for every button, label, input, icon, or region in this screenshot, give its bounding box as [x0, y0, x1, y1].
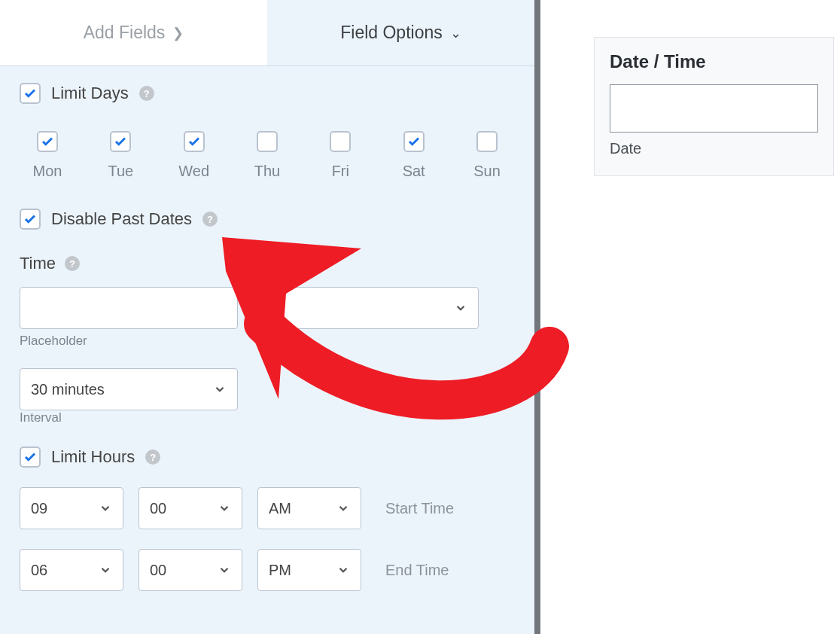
end-time-row: 06 00 PM End Time — [20, 549, 515, 591]
help-icon[interactable]: ? — [202, 212, 218, 227]
day-wed: Wed — [168, 131, 221, 180]
chevron-down-icon — [218, 563, 231, 577]
day-sat: Sat — [388, 131, 440, 180]
placeholder-sublabel: Placeholder — [20, 334, 238, 349]
start-hour-value: 09 — [31, 500, 47, 517]
start-hour-select[interactable]: 09 — [20, 487, 123, 529]
day-checkbox-thu[interactable] — [257, 131, 278, 152]
end-min-value: 00 — [150, 562, 166, 579]
day-tue: Tue — [94, 131, 147, 180]
panel-divider — [534, 0, 540, 634]
chevron-down-icon — [99, 501, 112, 515]
start-time-row: 09 00 AM Start Time — [20, 487, 515, 529]
limit-hours-checkbox[interactable] — [20, 447, 41, 468]
date-label: Date — [610, 140, 818, 157]
end-ampm-value: PM — [269, 562, 291, 579]
day-fri: Fri — [314, 131, 367, 180]
field-options-panel: Add Fields ❯ Field Options ⌄ Limit Days … — [0, 0, 534, 634]
limit-days-row: Limit Days ? — [20, 83, 515, 104]
time-row: Placeholder mat — [20, 287, 515, 349]
day-checkbox-sat[interactable] — [403, 131, 425, 152]
interval-select[interactable]: 30 minutes — [20, 368, 238, 410]
end-hour-value: 06 — [31, 562, 47, 579]
day-checkbox-mon[interactable] — [37, 131, 58, 152]
limit-days-label: Limit Days — [51, 84, 129, 103]
check-icon — [23, 87, 37, 100]
chevron-down-icon — [336, 563, 350, 577]
start-min-value: 00 — [150, 500, 166, 517]
day-label: Sat — [403, 163, 425, 180]
end-hour-select[interactable]: 06 — [20, 549, 123, 591]
check-icon — [187, 135, 201, 148]
help-icon[interactable]: ? — [65, 256, 80, 271]
date-input[interactable] — [610, 84, 818, 133]
chevron-down-icon — [99, 563, 112, 577]
chevron-right-icon: ❯ — [172, 25, 184, 41]
day-label: Fri — [332, 163, 349, 180]
day-label: Wed — [178, 163, 209, 180]
day-checkbox-sun[interactable] — [476, 131, 498, 152]
disable-past-checkbox[interactable] — [20, 209, 41, 230]
disable-past-row: Disable Past Dates ? — [20, 209, 515, 230]
check-icon — [407, 135, 421, 148]
help-icon[interactable]: ? — [139, 86, 154, 101]
day-sun: Sun — [461, 131, 513, 180]
help-icon[interactable]: ? — [145, 450, 160, 465]
disable-past-label: Disable Past Dates — [51, 209, 192, 229]
tab-add-fields-label: Add Fields — [84, 23, 166, 43]
limit-hours-label: Limit Hours — [51, 447, 135, 467]
day-checkbox-wed[interactable] — [184, 131, 205, 152]
options-content: Limit Days ? MonTueWedThuFriSatSun Disab… — [0, 66, 534, 591]
day-mon: Mon — [21, 131, 74, 180]
chevron-down-icon — [454, 301, 467, 315]
end-time-label: End Time — [385, 562, 449, 579]
chevron-down-icon: ⌄ — [450, 25, 461, 41]
day-thu: Thu — [241, 131, 294, 180]
interval-value: 30 minutes — [31, 381, 105, 398]
chevron-down-icon — [218, 501, 231, 515]
end-min-select[interactable]: 00 — [138, 549, 242, 591]
check-icon — [23, 450, 37, 464]
limit-days-checkbox[interactable] — [20, 83, 41, 104]
tab-field-options-label: Field Options — [340, 23, 443, 43]
day-label: Thu — [254, 163, 280, 180]
preview-title: Date / Time — [610, 51, 818, 72]
check-icon — [41, 135, 54, 148]
start-ampm-select[interactable]: AM — [257, 487, 361, 529]
format-sublabel: mat — [260, 334, 479, 349]
end-ampm-select[interactable]: PM — [257, 549, 361, 591]
start-time-label: Start Time — [385, 500, 454, 517]
start-ampm-value: AM — [269, 500, 291, 517]
time-placeholder-input[interactable] — [20, 287, 238, 329]
check-icon — [23, 212, 37, 226]
tab-add-fields[interactable]: Add Fields ❯ — [0, 0, 267, 66]
tabs: Add Fields ❯ Field Options ⌄ — [0, 0, 534, 66]
day-checkbox-fri[interactable] — [330, 131, 351, 152]
field-preview-card: Date / Time Date — [594, 37, 834, 176]
day-label: Tue — [108, 163, 133, 180]
day-checkbox-tue[interactable] — [110, 131, 131, 152]
limit-hours-row: Limit Hours ? — [20, 447, 515, 468]
time-section: Time ? — [20, 254, 515, 273]
day-label: Sun — [473, 163, 501, 180]
time-label: Time — [20, 254, 56, 273]
tab-field-options[interactable]: Field Options ⌄ — [267, 0, 534, 66]
days-grid: MonTueWedThuFriSatSun — [20, 113, 515, 201]
interval-sublabel: Interval — [20, 410, 62, 425]
time-format-select[interactable] — [260, 287, 479, 329]
check-icon — [114, 135, 127, 148]
chevron-down-icon — [213, 383, 227, 396]
interval-block: 30 minutes Interval — [20, 368, 238, 425]
chevron-down-icon — [336, 501, 350, 515]
day-label: Mon — [33, 163, 62, 180]
start-min-select[interactable]: 00 — [138, 487, 242, 529]
